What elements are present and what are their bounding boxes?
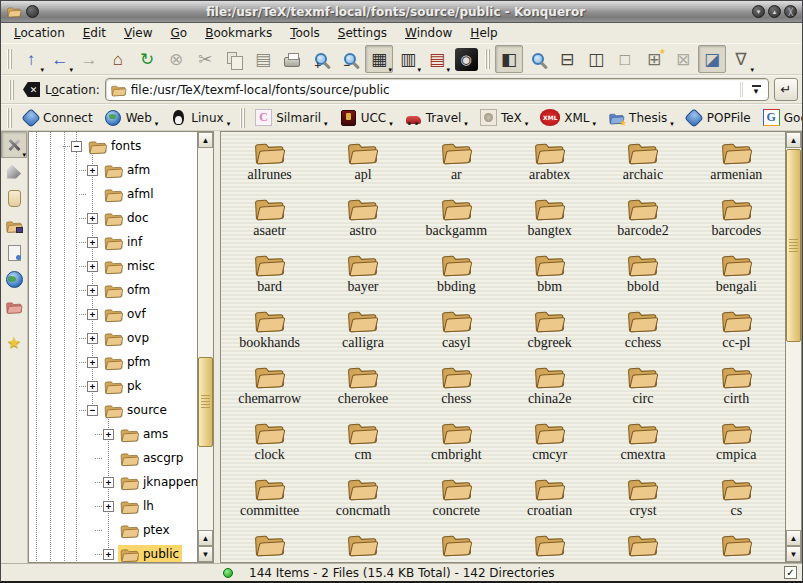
tree-item-pk[interactable]: + pk [29, 374, 197, 398]
sidebar-home-folder-button[interactable] [1, 212, 27, 239]
tree-scrollbar[interactable]: ▲ ▲ ▼ [197, 131, 214, 563]
bookmark-popfile[interactable]: POPFile [680, 106, 757, 130]
tree-item-ovp[interactable]: + ovp [29, 326, 197, 350]
zoom-out-button[interactable]: − [336, 45, 364, 73]
tree-item-pfm[interactable]: + pfm [29, 350, 197, 374]
folder-cs[interactable]: cs [690, 472, 783, 528]
folder-arabtex[interactable]: arabtex [503, 136, 596, 192]
copy-button[interactable] [220, 45, 248, 73]
menu-view[interactable]: View [115, 24, 161, 42]
toolbar-grip[interactable] [240, 108, 245, 128]
folder-calligra[interactable]: calligra [316, 304, 409, 360]
folder-bard[interactable]: bard [223, 248, 316, 304]
folder-barcodes[interactable]: barcodes [690, 192, 783, 248]
tree-item-misc[interactable]: + misc [29, 254, 197, 278]
bookmark-ucc[interactable]: UCC▾ [334, 106, 399, 130]
icon-view-button[interactable]: ▦▾ [365, 45, 393, 73]
bookmark-connect[interactable]: Connect [16, 106, 99, 130]
tree-item-afm[interactable]: + afm [29, 158, 197, 182]
show-sidebar-button[interactable]: ◧ [495, 45, 523, 73]
folder-partial[interactable] [223, 528, 316, 563]
bookmark-web[interactable]: Web▾ [99, 106, 165, 130]
filter-button[interactable]: ∇▾ [727, 45, 755, 73]
location-input[interactable] [131, 83, 736, 97]
split-view-left-right-button[interactable]: ◫ [582, 45, 610, 73]
menu-window[interactable]: Window [396, 24, 461, 42]
folder-bbding[interactable]: bbding [410, 248, 503, 304]
menu-settings[interactable]: Settings [329, 24, 396, 42]
folder-cmbright[interactable]: cmbright [410, 416, 503, 472]
find-file-button[interactable] [524, 45, 552, 73]
bookmark-google[interactable]: GGoogle [757, 106, 803, 130]
forward-button[interactable]: → [75, 45, 103, 73]
scroll-up-icon[interactable]: ▲ [786, 530, 801, 546]
folder-bayer[interactable]: bayer [316, 248, 409, 304]
expand-icon[interactable]: + [103, 501, 114, 512]
reload-button[interactable]: ↻ [133, 45, 161, 73]
sidebar-configure-button[interactable]: ▾ [1, 131, 27, 158]
folder-casyl[interactable]: casyl [410, 304, 503, 360]
folder-bookhands[interactable]: bookhands [223, 304, 316, 360]
location-dropdown-icon[interactable]: ▼ [748, 85, 764, 95]
folder-ar[interactable]: ar [410, 136, 503, 192]
folder-cbgreek[interactable]: cbgreek [503, 304, 596, 360]
tree-item-fonts[interactable]: − fonts [29, 134, 197, 158]
scroll-up-icon[interactable]: ▲ [786, 132, 801, 148]
folder-bangtex[interactable]: bangtex [503, 192, 596, 248]
sidebar-services-button[interactable] [1, 239, 27, 266]
menu-bookmarks[interactable]: Bookmarks [196, 24, 281, 42]
folder-astro[interactable]: astro [316, 192, 409, 248]
collapse-icon[interactable]: − [71, 141, 82, 152]
bookmark-thesis[interactable]: ★Thesis▾ [602, 106, 680, 130]
close-button[interactable]: ╳ [784, 5, 797, 18]
tree-item-inf[interactable]: + inf [29, 230, 197, 254]
folder-cryst[interactable]: cryst [596, 472, 689, 528]
folder-china2e[interactable]: china2e [503, 360, 596, 416]
go-button[interactable]: ↵ [774, 78, 798, 101]
minimize-button[interactable]: ▾ [752, 5, 765, 18]
toolbar-grip[interactable] [485, 49, 490, 69]
window-menu-button[interactable] [26, 5, 39, 18]
tree-item-ovf[interactable]: + ovf [29, 302, 197, 326]
folder-clock[interactable]: clock [223, 416, 316, 472]
expand-icon[interactable]: + [103, 429, 114, 440]
expand-icon[interactable]: + [103, 477, 114, 488]
scroll-up-icon[interactable]: ▲ [198, 530, 213, 546]
window-folder-icon[interactable] [6, 5, 22, 18]
view-marker-checkbox[interactable]: ✓ [784, 566, 797, 579]
folder-chemarrow[interactable]: chemarrow [223, 360, 316, 416]
tree-item-afml[interactable]: afml [29, 182, 197, 206]
folder-allrunes[interactable]: allrunes [223, 136, 316, 192]
zoom-in-button[interactable]: + [307, 45, 335, 73]
cut-button[interactable]: ✂ [191, 45, 219, 73]
folder-concrete[interactable]: concrete [410, 472, 503, 528]
folder-croatian[interactable]: croatian [503, 472, 596, 528]
folder-partial[interactable] [690, 528, 783, 563]
expand-icon[interactable]: + [87, 213, 98, 224]
multicolumn-view-button[interactable]: ▥▾ [394, 45, 422, 73]
folder-cchess[interactable]: cchess [596, 304, 689, 360]
toolbar-grip[interactable] [9, 80, 14, 100]
tree-item-ascgrp[interactable]: ascgrp [29, 446, 197, 470]
sidebar-history-button[interactable] [1, 185, 27, 212]
main-scrollbar[interactable]: ▲ ▲ ▼ [785, 131, 802, 563]
collapse-icon[interactable]: − [87, 405, 98, 416]
new-tab-button[interactable]: ⊞★ [640, 45, 668, 73]
menu-location[interactable]: Location [5, 24, 74, 42]
home-button[interactable]: ⌂ [104, 45, 132, 73]
expand-icon[interactable]: + [87, 237, 98, 248]
folder-cirth[interactable]: cirth [690, 360, 783, 416]
tree-item-jknappen[interactable]: + jknappen [29, 470, 197, 494]
tree-item-doc[interactable]: + doc [29, 206, 197, 230]
print-button[interactable] [278, 45, 306, 73]
clear-location-icon[interactable]: ✕ [23, 82, 40, 97]
folder-committee[interactable]: committee [223, 472, 316, 528]
folder-cc-pl[interactable]: cc-pl [690, 304, 783, 360]
folder-backgamm[interactable]: backgamm [410, 192, 503, 248]
remove-active-view-button[interactable]: □ [611, 45, 639, 73]
folder-partial[interactable] [316, 528, 409, 563]
toolbar-grip[interactable] [7, 49, 12, 69]
folder-apl[interactable]: apl [316, 136, 409, 192]
menu-edit[interactable]: Edit [74, 24, 115, 42]
tree-item-ams[interactable]: + ams [29, 422, 197, 446]
